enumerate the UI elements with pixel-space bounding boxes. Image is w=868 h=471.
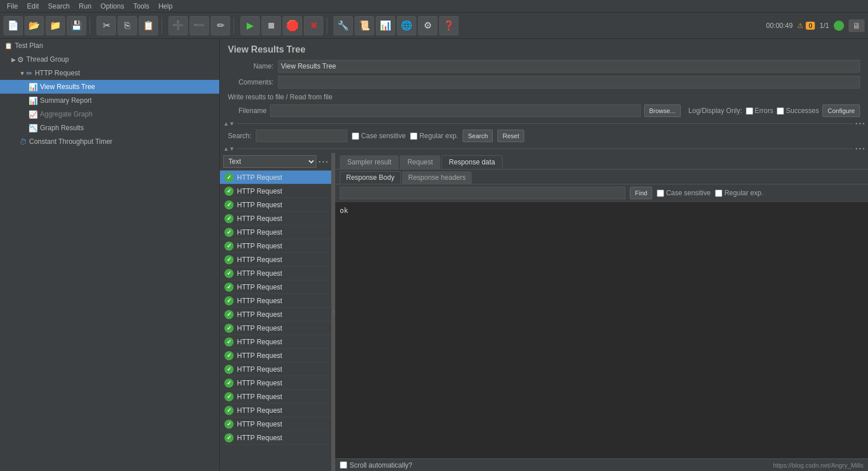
report-button[interactable]: 📊 (376, 16, 395, 35)
tree-item-http-request[interactable]: ▼ ✏ HTTP Request (0, 66, 219, 80)
menu-search[interactable]: Search (43, 1, 74, 11)
tree-item-view-results-tree[interactable]: 📊 View Results Tree (0, 80, 219, 94)
expand-icon-http-request: ▼ (19, 70, 25, 77)
request-item-16[interactable]: ✓ HTTP Request (220, 390, 331, 404)
save-button[interactable]: 💾 (67, 16, 86, 35)
request-item-8[interactable]: ✓ HTTP Request (220, 280, 331, 294)
name-input[interactable] (278, 60, 860, 73)
open-templates-button[interactable]: 📂 (25, 16, 44, 35)
open-button[interactable]: 📁 (46, 16, 65, 35)
about-button[interactable]: ❓ (439, 16, 459, 35)
request-success-icon-17: ✓ (224, 406, 234, 415)
find-regular-exp-label[interactable]: Regular exp. (715, 189, 763, 197)
find-case-sensitive-checkbox[interactable] (657, 190, 664, 197)
regular-exp-checkbox[interactable] (410, 132, 417, 140)
search-button[interactable]: Search (463, 130, 493, 142)
request-item-11[interactable]: ✓ HTTP Request (220, 321, 331, 335)
remote-button[interactable]: 🌐 (397, 16, 416, 35)
options-button[interactable]: ⚙ (418, 16, 437, 35)
tab-response-data[interactable]: Response data (441, 155, 503, 169)
view-results-tree-icon: 📊 (29, 83, 38, 91)
request-item-5[interactable]: ✓ HTTP Request (220, 239, 331, 253)
copy-button[interactable]: ⎘ (118, 16, 137, 35)
errors-label: Errors (755, 107, 774, 115)
tree-item-thread-group[interactable]: ▶ ⚙ Thread Group (0, 53, 219, 66)
menu-options[interactable]: Options (96, 1, 128, 11)
successes-checkbox[interactable] (777, 107, 784, 115)
request-item-12[interactable]: ✓ HTTP Request (220, 335, 331, 349)
successes-checkbox-label[interactable]: Successes (777, 107, 819, 115)
find-input[interactable] (340, 187, 625, 199)
filename-input[interactable] (270, 104, 641, 117)
request-item-6[interactable]: ✓ HTTP Request (220, 253, 331, 267)
configure-button[interactable]: Configure (822, 104, 860, 117)
browse-button[interactable]: Browse... (644, 104, 681, 117)
request-item-14[interactable]: ✓ HTTP Request (220, 363, 331, 376)
errors-checkbox[interactable] (746, 107, 753, 115)
stop-now-button[interactable]: 🛑 (283, 16, 302, 35)
text-dropdown[interactable]: Text HTML XML JSON Binary (223, 155, 316, 168)
find-row: Find Case sensitive Regular exp. (335, 184, 868, 202)
tab-request[interactable]: Request (400, 155, 440, 169)
search-input[interactable] (256, 130, 347, 142)
expand-icon-thread-group: ▶ (11, 57, 16, 63)
clear-button[interactable]: ✏ (211, 16, 230, 35)
paste-button[interactable]: 📋 (139, 16, 158, 35)
case-sensitive-label[interactable]: Case sensitive (352, 132, 405, 140)
separator4 (327, 17, 330, 34)
request-label-3: HTTP Request (237, 215, 282, 223)
request-label-19: HTTP Request (237, 434, 282, 442)
menu-file[interactable]: File (2, 1, 22, 11)
request-item-18[interactable]: ✓ HTTP Request (220, 417, 331, 431)
case-sensitive-checkbox[interactable] (352, 132, 359, 140)
request-item-15[interactable]: ✓ HTTP Request (220, 376, 331, 390)
warning-count: 0 (806, 22, 815, 30)
tree-item-constant-throughput-timer[interactable]: ⏱ Constant Throughput Timer (0, 135, 219, 148)
menu-edit[interactable]: Edit (22, 1, 43, 11)
menu-run[interactable]: Run (74, 1, 96, 11)
request-item-10[interactable]: ✓ HTTP Request (220, 308, 331, 321)
request-item-2[interactable]: ✓ HTTP Request (220, 198, 331, 212)
name-row: Name: (220, 58, 868, 74)
request-item-17[interactable]: ✓ HTTP Request (220, 404, 331, 417)
add-button[interactable]: ➕ (168, 16, 188, 35)
subtab-response-headers[interactable]: Response headers (402, 171, 472, 184)
request-item-4[interactable]: ✓ HTTP Request (220, 226, 331, 239)
find-button[interactable]: Find (630, 187, 652, 199)
request-item-1[interactable]: ✓ HTTP Request (220, 184, 331, 198)
shutdown-button[interactable]: ✖ (304, 16, 323, 35)
request-item-19[interactable]: ✓ HTTP Request (220, 431, 331, 445)
help-warnings-button[interactable]: 📜 (355, 16, 374, 35)
request-item-9[interactable]: ✓ HTTP Request (220, 294, 331, 308)
request-item-7[interactable]: ✓ HTTP Request (220, 267, 331, 280)
start-button[interactable]: ▶ (240, 16, 260, 35)
remove-button[interactable]: ➖ (190, 16, 209, 35)
reset-button[interactable]: Reset (497, 130, 524, 142)
cut-button[interactable]: ✂ (97, 16, 116, 35)
new-button[interactable]: 📄 (3, 16, 23, 35)
request-success-icon-12: ✓ (224, 337, 234, 347)
scroll-automatically-checkbox[interactable] (340, 461, 347, 469)
find-case-sensitive-text: Case sensitive (666, 189, 710, 197)
find-case-sensitive-label[interactable]: Case sensitive (657, 189, 710, 197)
stop-button[interactable]: ⏹ (262, 16, 281, 35)
tree-item-summary-report[interactable]: 📊 Summary Report (0, 94, 219, 107)
request-item-13[interactable]: ✓ HTTP Request (220, 349, 331, 363)
subtab-response-body[interactable]: Response Body (340, 171, 401, 184)
find-regular-exp-checkbox[interactable] (715, 190, 722, 197)
menu-tools[interactable]: Tools (128, 1, 154, 11)
scroll-checkbox-label[interactable]: Scroll automatically? (340, 461, 412, 469)
request-item-0[interactable]: ✓ HTTP Request (220, 171, 331, 184)
function-helper-button[interactable]: 🔧 (333, 16, 353, 35)
response-content: ok (335, 202, 868, 458)
menu-help[interactable]: Help (154, 1, 177, 11)
aggregate-graph-icon: 📈 (29, 110, 38, 119)
tree-item-test-plan[interactable]: 📋 Test Plan (0, 39, 219, 53)
request-item-3[interactable]: ✓ HTTP Request (220, 212, 331, 226)
errors-checkbox-label[interactable]: Errors (746, 107, 774, 115)
comments-input[interactable] (278, 76, 860, 88)
tab-sampler-result[interactable]: Sampler result (340, 155, 399, 169)
regular-exp-label[interactable]: Regular exp. (410, 132, 458, 140)
tree-item-graph-results[interactable]: 📉 Graph Results (0, 121, 219, 135)
tree-item-aggregate-graph[interactable]: 📈 Aggregate Graph (0, 107, 219, 121)
